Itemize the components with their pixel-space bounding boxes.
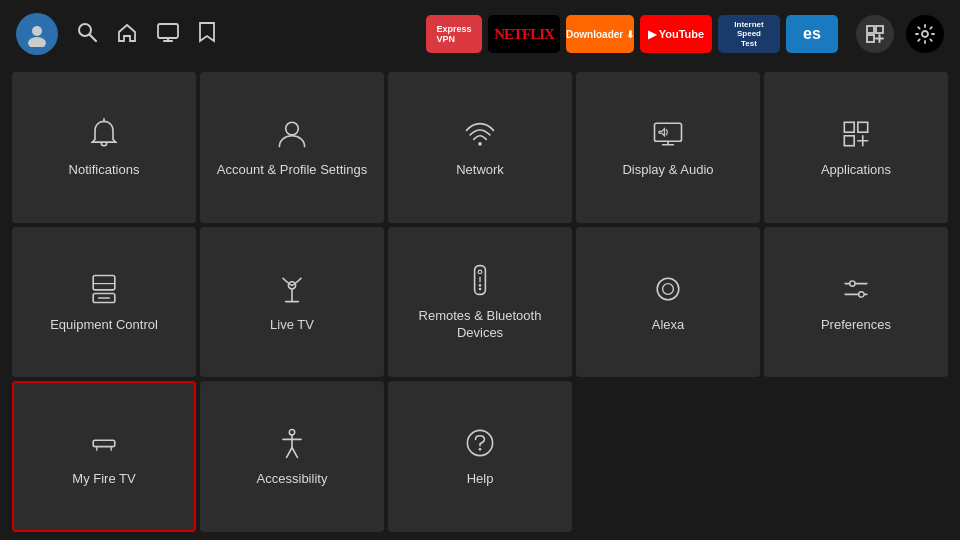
- svg-rect-20: [858, 122, 868, 132]
- svg-rect-19: [844, 122, 854, 132]
- grid-item-myfiretv[interactable]: My Fire TV: [12, 381, 196, 532]
- sliders-icon: [838, 271, 874, 307]
- grid-item-notifications[interactable]: Notifications: [12, 72, 196, 223]
- applications-label: Applications: [821, 162, 891, 179]
- accessibility-label: Accessibility: [257, 471, 328, 488]
- svg-point-1: [28, 37, 46, 47]
- app-expressvpn[interactable]: ExpressVPN: [426, 15, 482, 53]
- svg-line-3: [90, 34, 97, 41]
- svg-rect-8: [876, 26, 883, 33]
- grid-item-account[interactable]: Account & Profile Settings: [200, 72, 384, 223]
- svg-point-15: [478, 142, 482, 146]
- account-label: Account & Profile Settings: [217, 162, 367, 179]
- top-navigation: ExpressVPN NETFLIX Downloader ⬇ ▶ YouTub…: [0, 0, 960, 68]
- svg-rect-42: [93, 441, 115, 447]
- svg-rect-24: [93, 275, 115, 289]
- svg-point-12: [922, 31, 928, 37]
- myfiretv-label: My Fire TV: [72, 471, 135, 488]
- app-es[interactable]: es: [786, 15, 838, 53]
- grid-item-remotes[interactable]: Remotes & Bluetooth Devices: [388, 227, 572, 378]
- grid-item-equipment[interactable]: Equipment Control: [12, 227, 196, 378]
- help-icon: [462, 425, 498, 461]
- svg-point-35: [479, 288, 482, 291]
- svg-point-40: [850, 280, 855, 285]
- grid-item-applications[interactable]: Applications: [764, 72, 948, 223]
- apps-icon: [838, 116, 874, 152]
- bell-icon: [86, 116, 122, 152]
- preferences-label: Preferences: [821, 317, 891, 334]
- person-icon: [274, 116, 310, 152]
- svg-point-36: [657, 278, 679, 300]
- display-label: Display & Audio: [622, 162, 713, 179]
- svg-point-0: [32, 26, 42, 36]
- grid-item-accessibility[interactable]: Accessibility: [200, 381, 384, 532]
- nav-right: [856, 15, 944, 53]
- wifi-icon: [462, 116, 498, 152]
- svg-point-45: [289, 430, 294, 435]
- notifications-label: Notifications: [69, 162, 140, 179]
- avatar[interactable]: [16, 13, 58, 55]
- svg-line-49: [292, 448, 297, 458]
- accessibility-icon: [274, 425, 310, 461]
- svg-rect-4: [158, 24, 178, 38]
- svg-line-48: [287, 448, 292, 458]
- svg-point-37: [663, 283, 674, 294]
- alexa-icon: [650, 271, 686, 307]
- app-youtube[interactable]: ▶ YouTube: [640, 15, 712, 53]
- app-downloader[interactable]: Downloader ⬇: [566, 15, 634, 53]
- tv-remote-icon: [86, 271, 122, 307]
- app-speedtest[interactable]: InternetSpeedTest: [718, 15, 780, 53]
- bookmark-icon[interactable]: [198, 21, 216, 48]
- display-icon: [650, 116, 686, 152]
- equipment-label: Equipment Control: [50, 317, 158, 334]
- antenna-icon: [274, 271, 310, 307]
- svg-rect-9: [867, 35, 874, 42]
- remotes-label: Remotes & Bluetooth Devices: [398, 308, 562, 342]
- tv-icon[interactable]: [156, 21, 180, 48]
- svg-point-34: [479, 284, 482, 287]
- svg-rect-21: [844, 136, 854, 146]
- grid-item-help[interactable]: Help: [388, 381, 572, 532]
- grid-item-preferences[interactable]: Preferences: [764, 227, 948, 378]
- app-shortcuts: ExpressVPN NETFLIX Downloader ⬇ ▶ YouTub…: [226, 15, 838, 53]
- grid-item-display[interactable]: Display & Audio: [576, 72, 760, 223]
- settings-grid: Notifications Account & Profile Settings…: [0, 68, 960, 540]
- app-netflix[interactable]: NETFLIX: [488, 15, 560, 53]
- svg-point-51: [479, 448, 482, 451]
- help-label: Help: [467, 471, 494, 488]
- nav-left: [16, 13, 216, 55]
- grid-button[interactable]: [856, 15, 894, 53]
- network-label: Network: [456, 162, 504, 179]
- alexa-label: Alexa: [652, 317, 685, 334]
- search-icon[interactable]: [76, 21, 98, 48]
- svg-point-41: [859, 291, 864, 296]
- settings-button[interactable]: [906, 15, 944, 53]
- home-icon[interactable]: [116, 21, 138, 48]
- grid-item-network[interactable]: Network: [388, 72, 572, 223]
- firetv-icon: [86, 425, 122, 461]
- remote-icon: [462, 262, 498, 298]
- svg-point-14: [286, 122, 299, 135]
- svg-point-32: [478, 270, 482, 274]
- livetv-label: Live TV: [270, 317, 314, 334]
- grid-item-livetv[interactable]: Live TV: [200, 227, 384, 378]
- grid-item-alexa[interactable]: Alexa: [576, 227, 760, 378]
- svg-rect-7: [867, 26, 874, 33]
